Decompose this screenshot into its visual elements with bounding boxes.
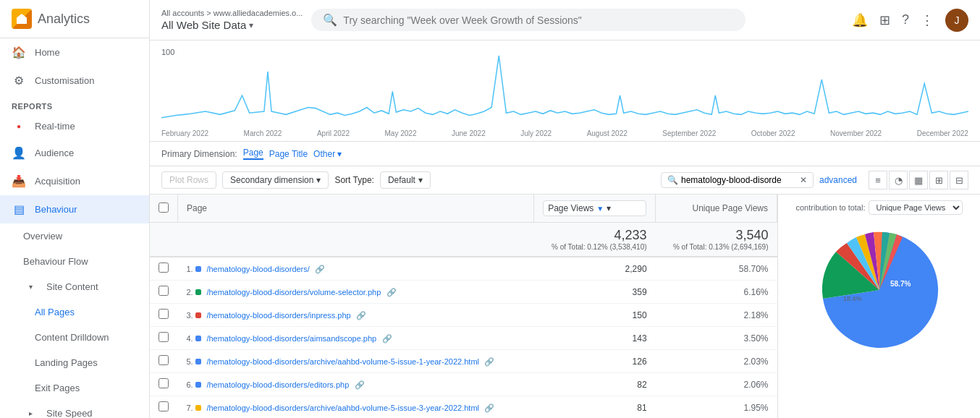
sidebar-item-realtime[interactable]: ● Real-time	[0, 114, 149, 139]
select-all-checkbox[interactable]	[159, 202, 169, 213]
sidebar-item-all-pages[interactable]: All Pages	[0, 299, 149, 325]
row-page-link-5[interactable]: /hematology-blood-disorders/editors.php	[206, 380, 349, 389]
chart-y-label: 100	[161, 48, 174, 56]
dim-page-link[interactable]: Page	[243, 148, 263, 160]
avatar[interactable]: J	[945, 9, 968, 32]
sidebar-item-landing-pages[interactable]: Landing Pages	[0, 350, 149, 375]
primary-dimension-label: Primary Dimension:	[161, 149, 237, 159]
search-input[interactable]	[343, 14, 734, 26]
sidebar-item-audience[interactable]: 👤 Audience	[0, 139, 149, 167]
row-page-link-2[interactable]: /hematology-blood-disorders/inpress.php	[206, 311, 350, 320]
sidebar-item-all-pages-label: All Pages	[35, 307, 75, 317]
data-table: Page Page Views ▼ ▾ Unique Page Views	[150, 195, 777, 418]
row-page-cell: 4. /hematology-blood-disorders/aimsandsc…	[178, 327, 534, 350]
app-logo	[12, 9, 32, 29]
table-row: 1. /hematology-blood-disorders/ 🔗 2,290 …	[150, 257, 777, 281]
pivot-view-button[interactable]: ⊞	[929, 171, 948, 189]
sort-default-button[interactable]: Default ▾	[380, 171, 431, 189]
secondary-dimension-label: Secondary dimension	[230, 175, 313, 185]
row-color-dot-2	[195, 312, 201, 318]
secondary-dimension-button[interactable]: Secondary dimension ▾	[222, 171, 329, 189]
sidebar-item-acquisition[interactable]: 📥 Acquisition	[0, 167, 149, 195]
row-checkbox-0[interactable]	[159, 263, 169, 273]
sidebar-item-behaviour[interactable]: ▤ Behaviour	[0, 195, 149, 223]
row-checkbox-6[interactable]	[159, 401, 169, 411]
col-unique-pageviews: Unique Page Views	[656, 195, 777, 223]
topbar-actions: 🔔 ⊞ ? ⋮ J	[852, 9, 968, 32]
row-page-cell: 2. /hematology-blood-disorders/volume-se…	[178, 281, 534, 304]
property-name: All Web Site Data	[161, 19, 246, 31]
row-checkbox-cell	[150, 327, 178, 350]
table-view-button[interactable]: ≡	[869, 171, 887, 189]
row-page-link-1[interactable]: /hematology-blood-disorders/volume-selec…	[206, 288, 381, 297]
sidebar-item-landing-pages-label: Landing Pages	[35, 357, 98, 368]
property-chevron-icon: ▾	[249, 20, 253, 30]
summary-pageviews: 4,233 % of Total: 0.12% (3,538,410)	[534, 223, 656, 257]
row-num-1: 2.	[187, 288, 193, 297]
sidebar-item-content-drilldown[interactable]: Content Drilldown	[0, 325, 149, 350]
sidebar: Analytics 🏠 Home ⚙ Customisation REPORTS…	[0, 0, 150, 418]
bell-icon[interactable]: 🔔	[852, 12, 868, 28]
row-page-link-4[interactable]: /hematology-blood-disorders/archive/aahb…	[206, 357, 479, 366]
row-checkbox-5[interactable]	[159, 378, 169, 388]
x-label-2: April 2022	[317, 129, 350, 137]
more-vert-icon[interactable]: ⋮	[921, 12, 934, 28]
custom-view-button[interactable]: ⊟	[950, 171, 968, 189]
sidebar-item-customisation[interactable]: ⚙ Customisation	[0, 67, 149, 95]
contribution-select[interactable]: Unique Page Views	[869, 200, 963, 215]
sidebar-item-site-content[interactable]: ▾ Site Content	[0, 274, 149, 299]
chart-area: 100 February 2022 March 2022 April 2022 …	[150, 40, 980, 142]
dim-page-title-link[interactable]: Page Title	[269, 149, 308, 159]
sidebar-item-realtime-label: Real-time	[35, 121, 75, 132]
pageviews-metric-select[interactable]: Page Views ▼ ▾	[543, 200, 646, 216]
sidebar-item-exit-pages[interactable]: Exit Pages	[0, 375, 149, 401]
table-row: 2. /hematology-blood-disorders/volume-se…	[150, 281, 777, 304]
row-num-4: 5.	[187, 357, 193, 366]
row-checkbox-1[interactable]	[159, 286, 169, 296]
app-header: Analytics	[0, 0, 149, 38]
acquisition-icon: 📥	[12, 174, 26, 188]
search-bar[interactable]: 🔍	[311, 9, 745, 31]
row-checkbox-cell	[150, 373, 178, 396]
row-num-3: 4.	[187, 334, 193, 343]
x-label-3: May 2022	[385, 129, 417, 137]
row-page-link-3[interactable]: /hematology-blood-disorders/aimsandscope…	[206, 334, 376, 343]
content-area: 100 February 2022 March 2022 April 2022 …	[150, 40, 980, 418]
row-page-link-0[interactable]: /hematology-blood-disorders/	[206, 265, 309, 273]
row-page-link-6[interactable]: /hematology-blood-disorders/archive/aahb…	[206, 404, 479, 412]
sidebar-item-home[interactable]: 🏠 Home	[0, 38, 149, 67]
row-unique-pct-3: 3.50%	[656, 327, 777, 350]
plot-rows-button[interactable]: Plot Rows	[161, 171, 216, 189]
row-pageviews-6: 81	[534, 396, 656, 419]
grid-icon[interactable]: ⊞	[879, 12, 890, 28]
filter-clear-icon[interactable]: ✕	[800, 175, 807, 185]
row-pageviews-2: 150	[534, 304, 656, 327]
advanced-link[interactable]: advanced	[819, 175, 857, 185]
property-selector[interactable]: All Web Site Data ▾	[161, 19, 303, 31]
row-checkbox-2[interactable]	[159, 309, 169, 319]
filter-input[interactable]	[681, 175, 797, 185]
summary-page-cell	[178, 223, 534, 257]
row-checkbox-4[interactable]	[159, 355, 169, 365]
summary-checkbox-cell	[150, 223, 178, 257]
help-icon[interactable]: ?	[902, 12, 909, 27]
sidebar-item-site-speed[interactable]: ▸ Site Speed	[0, 401, 149, 418]
reports-section-label: REPORTS	[0, 95, 149, 114]
sidebar-item-overview[interactable]: Overview	[0, 223, 149, 249]
sort-chevron-icon: ▾	[418, 175, 423, 185]
col-page: Page	[178, 195, 534, 223]
dim-other-link[interactable]: Other ▾	[313, 149, 342, 159]
row-link-icon-1: 🔗	[386, 288, 397, 297]
sidebar-item-behaviour-flow[interactable]: Behaviour Flow	[0, 249, 149, 274]
row-page-cell: 5. /hematology-blood-disorders/archive/a…	[178, 350, 534, 373]
behaviour-icon: ▤	[12, 202, 26, 216]
pie-view-button[interactable]: ◔	[889, 171, 908, 189]
x-label-7: September 2022	[662, 129, 716, 137]
x-label-4: June 2022	[452, 129, 486, 137]
row-pageviews-4: 126	[534, 350, 656, 373]
sidebar-item-site-speed-label: Site Speed	[46, 408, 93, 418]
bar-view-button[interactable]: ▦	[909, 171, 928, 189]
sidebar-item-audience-label: Audience	[35, 148, 74, 158]
row-unique-pct-0: 58.70%	[656, 257, 777, 281]
row-checkbox-3[interactable]	[159, 332, 169, 342]
